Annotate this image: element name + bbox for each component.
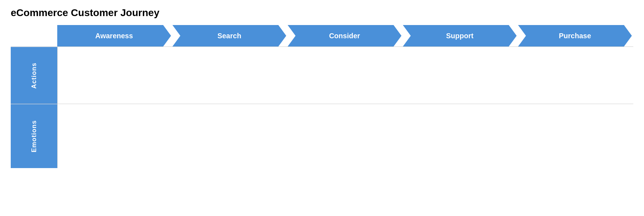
- emotions-cells: [57, 104, 633, 168]
- stage-header-consider: Consider: [288, 25, 401, 46]
- emotions-label: Emotions: [11, 104, 57, 168]
- emotions-section: Emotions: [11, 104, 633, 168]
- stage-header-support: Support: [403, 25, 517, 46]
- stage-header-search: Search: [172, 25, 286, 46]
- actions-cells: [57, 47, 633, 104]
- page-title: eCommerce Customer Journey: [11, 7, 633, 19]
- header-row: AwarenessSearchConsiderSupportPurchase: [57, 25, 633, 46]
- journey-container: AwarenessSearchConsiderSupportPurchase A…: [11, 25, 633, 168]
- actions-label: Actions: [11, 47, 57, 104]
- stage-header-awareness: Awareness: [57, 25, 171, 46]
- actions-section: Actions: [11, 46, 633, 104]
- stage-header-purchase: Purchase: [518, 25, 632, 46]
